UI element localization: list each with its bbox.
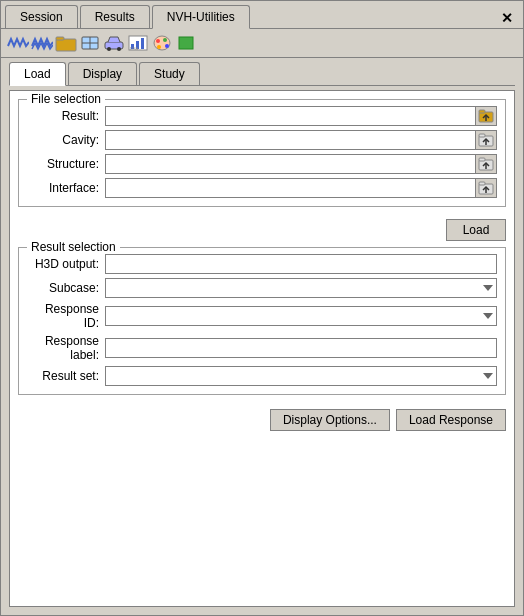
svg-rect-26 — [479, 158, 485, 161]
response-label-label: Response label: — [27, 334, 99, 362]
interface-input-group — [105, 178, 497, 198]
cavity-input[interactable] — [105, 130, 475, 150]
main-panel: File selection Result: — [9, 90, 515, 607]
file-selection-legend: File selection — [27, 92, 105, 106]
content-area: Load Display Study File selection Result… — [1, 58, 523, 615]
svg-rect-23 — [479, 134, 485, 137]
svg-rect-29 — [479, 182, 485, 185]
subcase-row: Subcase: — [27, 278, 497, 298]
cavity-input-group — [105, 130, 497, 150]
svg-rect-18 — [179, 37, 193, 49]
close-button[interactable]: ✕ — [495, 8, 519, 28]
tab-nvh[interactable]: NVH-Utilities — [152, 5, 250, 29]
structure-label: Structure: — [27, 157, 99, 171]
interface-label: Interface: — [27, 181, 99, 195]
palette-icon[interactable] — [151, 32, 173, 54]
response-id-row: Response ID: — [27, 302, 497, 330]
tab-study[interactable]: Study — [139, 62, 200, 85]
tab-load[interactable]: Load — [9, 62, 66, 86]
svg-rect-0 — [56, 39, 76, 51]
cavity-browse-btn[interactable] — [475, 130, 497, 150]
svg-rect-1 — [56, 37, 64, 40]
svg-point-16 — [165, 44, 169, 48]
main-window: Session Results NVH-Utilities ✕ — [0, 0, 524, 616]
svg-point-7 — [117, 47, 121, 51]
svg-rect-11 — [141, 38, 144, 49]
structure-row: Structure: — [27, 154, 497, 174]
interface-row: Interface: — [27, 178, 497, 198]
svg-text:DSA: DSA — [130, 46, 139, 51]
cavity-row: Cavity: — [27, 130, 497, 150]
result-input[interactable] — [105, 106, 475, 126]
result-browse-btn[interactable] — [475, 106, 497, 126]
h3d-output-label: H3D output: — [27, 257, 99, 271]
subcase-select[interactable] — [105, 278, 497, 298]
result-selection-group: Result selection H3D output: Subcase: Re… — [18, 247, 506, 395]
car-icon[interactable] — [103, 32, 125, 54]
result-set-select[interactable] — [105, 366, 497, 386]
response-id-label: Response ID: — [27, 302, 99, 330]
title-tabs-bar: Session Results NVH-Utilities ✕ — [1, 1, 523, 29]
response-label-row: Response label: — [27, 334, 497, 362]
tab-display[interactable]: Display — [68, 62, 137, 85]
load-button[interactable]: Load — [446, 219, 506, 241]
h3d-output-input[interactable] — [105, 254, 497, 274]
response-label-input[interactable] — [105, 338, 497, 358]
tab-results[interactable]: Results — [80, 5, 150, 28]
svg-point-17 — [157, 45, 161, 49]
green-square-icon[interactable] — [175, 32, 197, 54]
display-options-button[interactable]: Display Options... — [270, 409, 390, 431]
tool1-icon[interactable] — [79, 32, 101, 54]
structure-input[interactable] — [105, 154, 475, 174]
result-selection-legend: Result selection — [27, 240, 120, 254]
interface-browse-btn[interactable] — [475, 178, 497, 198]
load-response-button[interactable]: Load Response — [396, 409, 506, 431]
response-id-select[interactable] — [105, 306, 497, 326]
svg-point-6 — [107, 47, 111, 51]
h3d-output-row: H3D output: — [27, 254, 497, 274]
file-selection-group: File selection Result: — [18, 99, 506, 207]
svg-point-14 — [156, 39, 160, 43]
result-row: Result: — [27, 106, 497, 126]
svg-point-15 — [163, 38, 167, 42]
structure-browse-btn[interactable] — [475, 154, 497, 174]
result-label: Result: — [27, 109, 99, 123]
svg-rect-20 — [479, 110, 485, 113]
cavity-label: Cavity: — [27, 133, 99, 147]
tab-session[interactable]: Session — [5, 5, 78, 28]
open-folder-icon[interactable] — [55, 32, 77, 54]
wave2-icon[interactable] — [31, 32, 53, 54]
structure-input-group — [105, 154, 497, 174]
result-input-group — [105, 106, 497, 126]
inner-tabs-bar: Load Display Study — [9, 62, 515, 86]
dsa-chart-icon[interactable]: DSA — [127, 32, 149, 54]
result-set-row: Result set: — [27, 366, 497, 386]
wave1-icon[interactable] — [7, 32, 29, 54]
toolbar: DSA — [1, 29, 523, 58]
subcase-label: Subcase: — [27, 281, 99, 295]
bottom-buttons-row: Display Options... Load Response — [18, 409, 506, 431]
load-button-row: Load — [18, 219, 506, 241]
result-set-label: Result set: — [27, 369, 99, 383]
interface-input[interactable] — [105, 178, 475, 198]
